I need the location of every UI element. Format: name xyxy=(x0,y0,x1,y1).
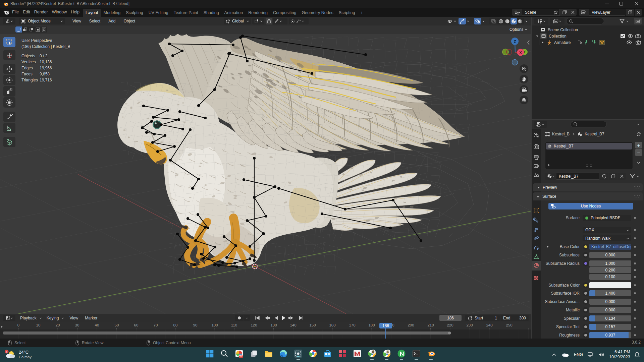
svg-text:240: 240 xyxy=(486,323,492,327)
svg-text:100: 100 xyxy=(211,323,218,327)
svg-text:120: 120 xyxy=(251,323,257,327)
svg-text:200: 200 xyxy=(408,323,414,327)
svg-text:180: 180 xyxy=(368,323,375,327)
svg-text:0: 0 xyxy=(17,323,19,327)
svg-text:110: 110 xyxy=(231,323,237,327)
svg-text:170: 170 xyxy=(349,323,355,327)
svg-text:186: 186 xyxy=(382,323,389,328)
svg-text:250: 250 xyxy=(506,323,512,327)
svg-text:20: 20 xyxy=(56,323,60,327)
svg-text:1: 1 xyxy=(6,350,7,354)
svg-text:10: 10 xyxy=(36,323,41,327)
svg-text:40: 40 xyxy=(95,323,99,327)
svg-text:90: 90 xyxy=(193,323,198,327)
svg-text:150: 150 xyxy=(309,323,316,327)
svg-text:160: 160 xyxy=(329,323,335,327)
svg-text:30: 30 xyxy=(75,323,79,327)
svg-text:220: 220 xyxy=(447,323,453,327)
svg-text:210: 210 xyxy=(427,323,434,327)
svg-text:80: 80 xyxy=(173,323,178,327)
svg-text:50: 50 xyxy=(115,323,119,327)
svg-text:PRE: PRE xyxy=(238,355,243,357)
svg-text:140: 140 xyxy=(290,323,296,327)
svg-text:130: 130 xyxy=(270,323,277,327)
svg-text:230: 230 xyxy=(466,323,473,327)
svg-text:Z: Z xyxy=(514,40,516,44)
svg-text:70: 70 xyxy=(154,323,158,327)
svg-text:60: 60 xyxy=(134,323,139,327)
svg-text:X: X xyxy=(519,51,522,55)
